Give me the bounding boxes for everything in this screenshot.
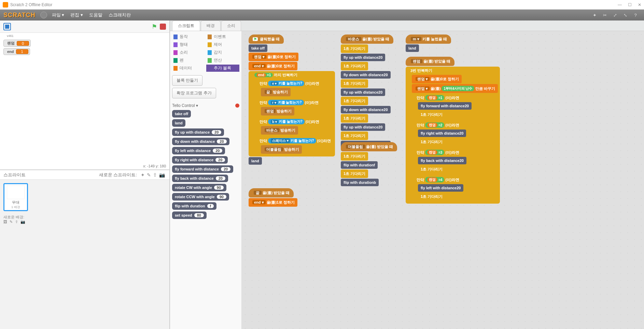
stop-icon[interactable] (160, 24, 166, 30)
block-wait[interactable]: 1초 기다리기 (341, 62, 368, 70)
block-fly-down[interactable]: fly down with distance20 (341, 106, 391, 113)
cat-sound[interactable]: 소리 (172, 49, 206, 56)
block-broadcast[interactable]: 바운스방송하기 (261, 126, 298, 135)
block-if[interactable]: 만약랜덤 = 1(이)라면 fly forward with distance2… (412, 94, 474, 120)
backdrop-upload-icon[interactable]: ⇧ (15, 220, 18, 224)
block-wait[interactable]: 1초 기다리기 (341, 152, 368, 161)
tab-scripts[interactable]: 스크립트 (172, 20, 200, 31)
block-fly-forward[interactable]: fly forward with distance20 (418, 102, 472, 110)
block-wait[interactable]: 1초 기다리기 (418, 165, 445, 174)
script-stack[interactable]: ⚑클릭했을 때 take off 랜덤 ▾을(를)0로 정하기 end ▾을(를… (249, 35, 335, 165)
palette-block[interactable]: set speed80 (172, 211, 207, 219)
block-land[interactable]: land (249, 157, 262, 165)
close-button[interactable]: ✕ (638, 2, 641, 7)
hat-when-receive[interactable]: 끝을(를) 받았을 때 (249, 188, 294, 197)
palette-block[interactable]: fly down with distance20 (172, 138, 229, 145)
palette-block[interactable]: fly left with distance20 (172, 147, 225, 154)
cat-control[interactable]: 제어 (206, 41, 240, 48)
block-fly-up[interactable]: fly up with distance20 (341, 54, 385, 61)
cat-looks[interactable]: 형태 (172, 41, 206, 48)
fullscreen-icon[interactable] (3, 23, 11, 30)
hat-when-receive[interactable]: 더블플립을(를) 받았을 때 (341, 142, 397, 151)
hat-when-key-pressed[interactable]: m ▾키를 눌렀을 때 (406, 35, 451, 44)
menu-file[interactable]: 파일 ▾ (52, 12, 65, 18)
script-stack[interactable]: 바운스을(를) 받았을 때 1초 기다리기 fly up with distan… (341, 35, 393, 148)
palette-block[interactable]: rotate CW with angle90 (172, 184, 226, 191)
block-wait[interactable]: 1초 기다리기 (418, 138, 445, 146)
block-wait[interactable]: 1초 기다리기 (341, 79, 368, 88)
palette-block[interactable]: fly forward with distance20 (172, 165, 233, 173)
block-repeat-until[interactable]: end = 1까지 반복하기 만약e ▾키를 눌렀는가?(이)라면 끝방송하기 … (249, 71, 335, 156)
menu-edit[interactable]: 편집 ▾ (70, 12, 83, 18)
upload-icon[interactable]: ⇧ (153, 172, 157, 178)
stamp-icon[interactable]: ✦ (591, 12, 598, 18)
make-block-button[interactable]: 블록 만들기 (172, 75, 202, 86)
cat-data[interactable]: 데이터 (172, 65, 206, 72)
tab-sounds[interactable]: 소리 (221, 20, 241, 31)
menu-help[interactable]: 도움말 (89, 12, 102, 18)
palette-block[interactable]: flip with durationf (172, 202, 216, 210)
backdrop-paint-icon[interactable]: ✎ (10, 220, 13, 224)
camera-icon[interactable]: 📷 (159, 172, 165, 178)
block-if[interactable]: 만약r ▾키를 눌렀는가?(이)라면 랜덤방송하기 (255, 98, 321, 117)
hat-when-receive[interactable]: 랜덤을(를) 받았을 때 (406, 57, 454, 66)
palette-block[interactable]: fly back with distance20 (172, 175, 228, 182)
block-take-off[interactable]: take off (249, 44, 267, 52)
stage-thumbnail[interactable]: 무대 1 배경 (3, 183, 28, 211)
cat-more-blocks[interactable]: 추가 블록 (206, 65, 240, 72)
block-if[interactable]: 만약e ▾키를 눌렀는가?(이)라면 끝방송하기 (255, 79, 321, 98)
block-change-var[interactable]: 랜덤 ▾을(를)1부터4사이의 난수만큼 바꾸기 (412, 84, 498, 93)
block-if[interactable]: 만약랜덤 = 3(이)라면 fly back with distance20 1… (412, 148, 468, 175)
block-broadcast[interactable]: 랜덤방송하기 (261, 107, 294, 115)
help-icon[interactable]: ? (632, 12, 639, 18)
block-set-var[interactable]: 랜덤 ▾을(를)0로 정하기 (412, 75, 462, 83)
palette-block[interactable]: take off (172, 110, 191, 118)
block-if[interactable]: 만약랜덤 = 4(이)라면 fly left with distance20 1… (412, 176, 465, 202)
palette-block[interactable]: rotate CCW with angle90 (172, 193, 229, 201)
script-stack[interactable]: 랜덤을(를) 받았을 때 3번 반복하기 랜덤 ▾을(를)0로 정하기 랜덤 ▾… (406, 57, 500, 204)
block-if[interactable]: 만약랜덤 = 2(이)라면 fly right with distance20 … (412, 121, 468, 148)
block-set-var[interactable]: end ▾을(를)0로 정하기 (249, 62, 297, 70)
shrink-icon[interactable]: ⤡ (622, 12, 628, 18)
paint-icon[interactable]: ✎ (147, 172, 151, 178)
block-wait[interactable]: 1초 기다리기 (341, 44, 368, 53)
block-if[interactable]: 만약b ▾키를 눌렀는가?(이)라면 바운스방송하기 (255, 118, 321, 136)
extension-section-title[interactable]: Tello Control ▾ (172, 103, 198, 108)
block-fly-back[interactable]: fly back with distance20 (418, 157, 466, 164)
backdrop-camera-icon[interactable]: 📷 (20, 220, 25, 224)
library-icon[interactable]: ✦ (141, 172, 145, 178)
block-fly-up[interactable]: fly up with distance20 (341, 88, 385, 96)
menu-about[interactable]: 스크래치란 (109, 12, 131, 18)
variable-monitor[interactable]: end 1 (3, 48, 30, 55)
scissors-icon[interactable]: ✂ (602, 12, 608, 18)
block-fly-down[interactable]: fly down with distance20 (341, 71, 391, 79)
block-fly-right[interactable]: fly right with distance20 (418, 129, 466, 137)
script-stack[interactable]: m ▾키를 눌렀을 때 land (406, 35, 451, 52)
minimize-button[interactable]: — (618, 2, 622, 7)
block-wait[interactable]: 1초 기다리기 (341, 114, 368, 123)
block-wait[interactable]: 1초 기다리기 (418, 110, 445, 119)
block-wait[interactable]: 1초 기다리기 (418, 192, 445, 201)
script-stack[interactable]: 끝을(를) 받았을 때 end ▾을(를)1로 정하기 (249, 188, 297, 207)
block-repeat[interactable]: 3번 반복하기 랜덤 ▾을(를)0로 정하기 랜덤 ▾을(를)1부터4사이의 난… (406, 67, 500, 204)
cat-motion[interactable]: 동작 (172, 33, 206, 40)
cat-pen[interactable]: 펜 (172, 57, 206, 64)
block-broadcast[interactable]: 더블플립방송하기 (261, 145, 302, 154)
palette-block[interactable]: fly right with distance20 (172, 156, 228, 164)
script-canvas[interactable]: ⚑클릭했을 때 take off 랜덤 ▾을(를)0로 정하기 end ▾을(를… (242, 31, 644, 329)
backdrop-library-icon[interactable]: 🖼 (3, 220, 7, 224)
hat-when-flag-clicked[interactable]: ⚑클릭했을 때 (249, 35, 284, 44)
cat-events[interactable]: 이벤트 (206, 33, 240, 40)
block-set-var[interactable]: end ▾을(를)1로 정하기 (249, 198, 297, 207)
block-set-var[interactable]: 랜덤 ▾을(를)0로 정하기 (249, 53, 298, 61)
block-wait[interactable]: 1초 기다리기 (341, 97, 368, 105)
script-stack[interactable]: 더블플립을(를) 받았을 때 1초 기다리기 flip with duratio… (341, 142, 397, 186)
block-wait[interactable]: 1초 기다리기 (341, 132, 368, 140)
block-if[interactable]: 만약스페이스 ▾키를 눌렀는가?(이)라면 더블플립방송하기 (255, 137, 333, 155)
language-globe-icon[interactable] (40, 12, 47, 18)
block-fly-up[interactable]: fly up with distance20 (341, 123, 385, 131)
variable-monitor[interactable]: 랜덤 0 (3, 40, 31, 47)
add-extension-button[interactable]: 확장 프로그램 추가 (172, 88, 216, 98)
palette-block[interactable]: land (172, 119, 185, 127)
maximize-button[interactable]: ☐ (628, 2, 632, 7)
